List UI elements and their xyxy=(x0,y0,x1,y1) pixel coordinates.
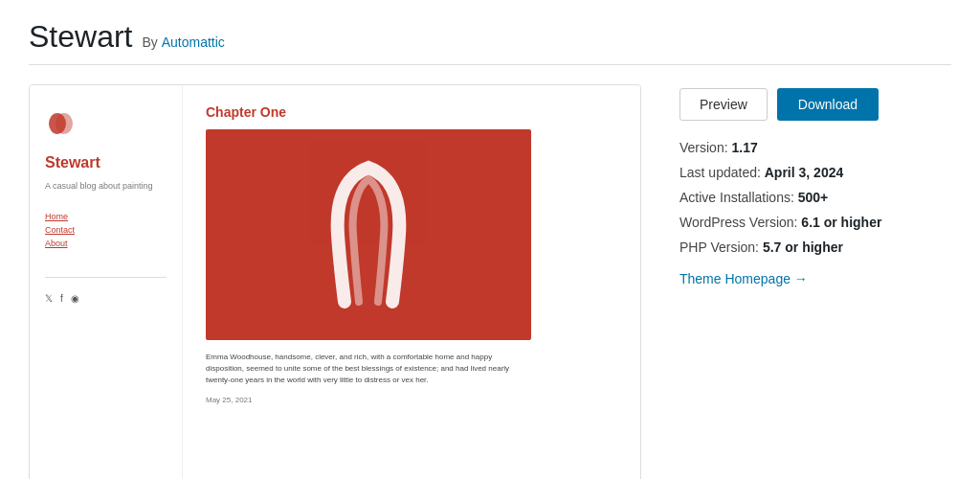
download-button[interactable]: Download xyxy=(777,88,879,121)
updated-label: Last updated: xyxy=(679,165,761,180)
preview-iframe: Stewart A casual blog about painting Hom… xyxy=(30,85,640,479)
version-value: 1.17 xyxy=(731,140,757,155)
painting-svg xyxy=(311,148,426,321)
theme-author: By Automattic xyxy=(142,34,224,50)
preview-social: 𝕏 f ◉ xyxy=(45,293,167,304)
preview-site-title: Stewart xyxy=(45,154,167,171)
meta-updated: Last updated: April 3, 2024 xyxy=(679,165,951,180)
preview-button[interactable]: Preview xyxy=(679,88,768,121)
author-link[interactable]: Automattic xyxy=(162,34,225,50)
meta-wp-version: WordPress Version: 6.1 or higher xyxy=(679,215,951,230)
instagram-icon: ◉ xyxy=(71,293,79,304)
php-label: PHP Version: xyxy=(679,240,759,255)
meta-version: Version: 1.17 xyxy=(679,140,951,155)
theme-title: Stewart xyxy=(29,19,132,55)
meta-list: Version: 1.17 Last updated: April 3, 202… xyxy=(679,140,951,255)
preview-content: Stewart A casual blog about painting Hom… xyxy=(30,85,640,479)
svg-point-1 xyxy=(56,113,73,134)
author-by-label: By xyxy=(142,34,157,50)
facebook-icon: f xyxy=(60,293,63,304)
twitter-icon: 𝕏 xyxy=(45,293,53,304)
preview-nav-contact: Contact xyxy=(45,225,167,235)
theme-header: Stewart By Automattic xyxy=(29,19,951,65)
preview-post-text: Emma Woodhouse, handsome, clever, and ri… xyxy=(206,352,512,386)
wp-label: WordPress Version: xyxy=(679,215,797,230)
installs-value: 500+ xyxy=(798,190,829,205)
preview-nav: Home Contact About xyxy=(45,212,167,248)
preview-nav-home: Home xyxy=(45,212,167,221)
wp-value: 6.1 or higher xyxy=(801,215,881,230)
preview-logo-icon xyxy=(45,108,76,139)
action-buttons: Preview Download xyxy=(679,88,951,121)
preview-post-image xyxy=(206,129,531,340)
php-value: 5.7 or higher xyxy=(763,240,843,255)
preview-main: Chapter One Emma Woodhouse, handsome, cl… xyxy=(183,85,640,479)
installs-label: Active Installations: xyxy=(679,190,794,205)
theme-homepage-link[interactable]: Theme Homepage → xyxy=(679,271,808,286)
updated-value: April 3, 2024 xyxy=(765,165,844,180)
preview-nav-about: About xyxy=(45,239,167,248)
preview-divider xyxy=(45,277,167,278)
preview-post-date: May 25, 2021 xyxy=(206,396,617,404)
preview-post-title: Chapter One xyxy=(206,104,617,120)
preview-tagline: A casual blog about painting xyxy=(45,181,167,191)
preview-sidebar: Stewart A casual blog about painting Hom… xyxy=(30,85,183,479)
meta-installs: Active Installations: 500+ xyxy=(679,190,951,205)
version-label: Version: xyxy=(679,140,728,155)
info-panel: Preview Download Version: 1.17 Last upda… xyxy=(679,84,951,479)
meta-php-version: PHP Version: 5.7 or higher xyxy=(679,240,951,255)
theme-preview-panel: Stewart A casual blog about painting Hom… xyxy=(29,84,641,479)
main-layout: Stewart A casual blog about painting Hom… xyxy=(29,84,951,479)
